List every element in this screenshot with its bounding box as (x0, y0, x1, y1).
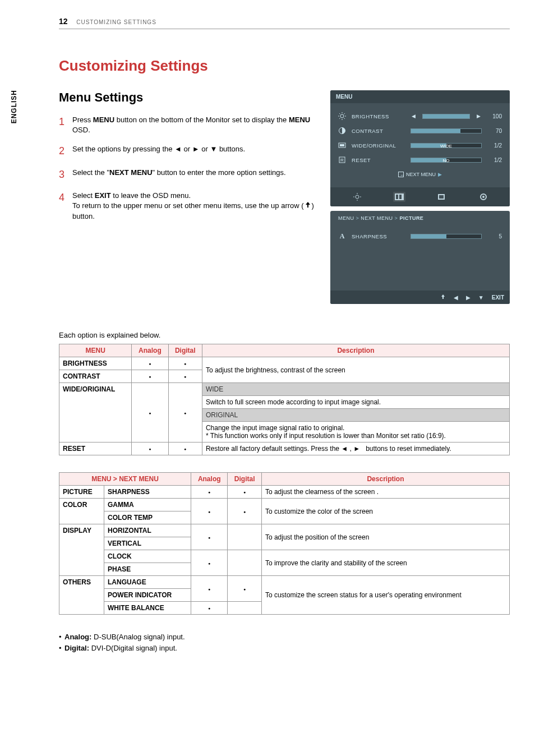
reset-icon: R (338, 156, 346, 164)
cell-desc: Restore all factory default settings. Pr… (202, 442, 509, 455)
cell-dot: ● (132, 442, 168, 455)
row-name: BRIGHTNESS (59, 357, 132, 370)
cell-dot: ● (228, 499, 262, 524)
sharpness-icon: A (338, 232, 346, 240)
wide-icon (338, 141, 346, 149)
row-sub: SHARPNESS (104, 486, 191, 499)
osd-screenshot: MENU BRIGHTNESS ◀ ▶ 100 CONTRAST (330, 90, 510, 308)
contrast-icon (338, 127, 346, 135)
cell-dot: ● (132, 383, 168, 442)
cell-dot: ● (191, 576, 228, 602)
main-title: Customizing Settings (59, 57, 510, 75)
menu-table: MENU Analog Digital Description BRIGHTNE… (59, 344, 510, 455)
osd-value: 70 (487, 128, 502, 134)
page-number: 12 (59, 17, 68, 26)
footnotes: Analog: D-SUB(Analog signal) input. Digi… (59, 631, 510, 653)
section-title: Menu Settings (59, 90, 319, 105)
osd-title: MENU (330, 90, 510, 103)
intro-text: Each option is explained below. (59, 331, 510, 339)
cell-desc: To customize the screen status for a use… (261, 576, 509, 615)
cell-dot: ● (228, 576, 262, 602)
svg-line-6 (344, 118, 345, 119)
th-group: MENU > NEXT MENU (59, 473, 191, 486)
osd-value: 100 (487, 113, 502, 119)
osd-label: RESET (352, 157, 405, 163)
osd-value: 1/2 (487, 142, 502, 149)
svg-rect-20 (396, 195, 398, 199)
cell-subhead: ORIGINAL (202, 409, 509, 422)
svg-point-14 (356, 195, 359, 199)
cell-desc: Switch to full screen mode according to … (202, 396, 509, 409)
next-menu-button: ↔ NEXT MENU ▶ (398, 172, 442, 177)
arrow-left-icon: ◀ (411, 113, 417, 119)
th-analog: Analog (191, 473, 228, 486)
svg-point-25 (482, 196, 485, 198)
cell-desc: Change the input image signal ratio to o… (202, 422, 509, 442)
nav-sun-icon (351, 192, 363, 202)
osd-slider: WIDE (411, 143, 482, 148)
step-number: 2 (59, 144, 72, 158)
row-cat: PICTURE (59, 486, 104, 499)
sun-icon (338, 112, 346, 120)
svg-rect-21 (399, 195, 402, 199)
osd-slider (411, 128, 482, 133)
osd-row-contrast: CONTRAST 70 (338, 123, 502, 138)
osd-label: SHARPNESS (352, 233, 405, 239)
cell-dot: ● (191, 486, 228, 499)
arrow-right-icon: ▶ (466, 294, 471, 301)
cell-dot: ● (132, 357, 168, 370)
osd-row-wide-original: WIDE/ORIGINAL WIDE 1/2 (338, 138, 502, 153)
page-header: 12 CUSTOMIZING SETTINGS (59, 17, 510, 29)
osd-label: BRIGHTNESS (352, 113, 405, 119)
svg-line-5 (339, 113, 340, 114)
cell-dot: ● (168, 442, 202, 455)
svg-line-7 (339, 118, 340, 119)
nav-picture-icon (393, 192, 405, 202)
row-cat: DISPLAY (59, 524, 104, 576)
row-name: WIDE/ORIGINAL (59, 383, 132, 442)
up-arrow-icon (440, 294, 446, 301)
step-3: 3 Select the "NEXT MENU" button to enter… (59, 168, 319, 182)
cell-dot: ● (191, 499, 228, 524)
osd-slider (411, 234, 482, 239)
cell-dot: ● (168, 383, 202, 442)
cell-desc: To customize the color of the screen (261, 499, 509, 524)
osd-slider (422, 114, 470, 119)
osd-footer: ◀ ▶ ▼ EXIT (330, 291, 510, 304)
step-4: 4 Select EXIT to leave the OSD menu. To … (59, 191, 319, 222)
row-sub: POWER INDICATOR (104, 589, 191, 602)
next-menu-table: MENU > NEXT MENU Analog Digital Descript… (59, 472, 510, 615)
cell-dot: ● (132, 370, 168, 383)
svg-line-8 (344, 113, 345, 114)
osd-label: CONTRAST (352, 128, 405, 134)
th-digital: Digital (168, 344, 202, 357)
cell-dot: ● (191, 550, 228, 576)
step-number: 4 (59, 191, 72, 222)
svg-rect-11 (340, 144, 344, 146)
row-sub: PHASE (104, 563, 191, 576)
osd-row-reset: R RESET NO 1/2 (338, 153, 502, 167)
step-number: 1 (59, 115, 72, 135)
cell-desc상: To adjust the clearness of the screen . (261, 486, 509, 499)
cell-desc: To improve the clarity and stability of … (261, 550, 509, 576)
row-sub: WHITE BALANCE (104, 602, 191, 615)
exit-button: EXIT (492, 294, 504, 301)
osd-row-brightness: BRIGHTNESS ◀ ▶ 100 (338, 109, 502, 123)
osd-slider: NO (411, 158, 482, 163)
row-name: CONTRAST (59, 370, 132, 383)
row-cat: OTHERS (59, 576, 104, 615)
osd-value: 5 (487, 233, 502, 239)
row-sub: CLOCK (104, 550, 191, 563)
th-digital: Digital (228, 473, 262, 486)
step-number: 3 (59, 168, 72, 182)
nav-others-icon (477, 192, 490, 202)
arrow-left-icon: ◀ (454, 294, 458, 301)
row-cat: COLOR (59, 499, 104, 524)
osd-breadcrumb: MENU>NEXT MENU>PICTURE (330, 211, 510, 223)
arrow-right-icon: ▶ (476, 113, 482, 119)
row-sub: VERTICAL (104, 537, 191, 550)
language-tab: ENGLISH (10, 90, 18, 123)
cell-dot: ● (191, 602, 228, 615)
up-arrow-icon (304, 201, 312, 211)
cell-desc: To adjust the position of the screen (261, 524, 509, 550)
